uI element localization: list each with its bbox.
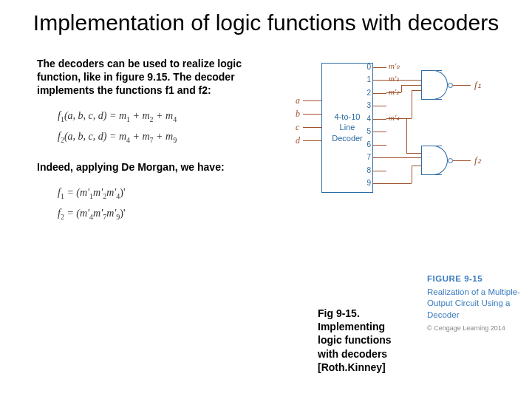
output-stub-1 (373, 80, 386, 81)
content: The decoders can be used to realize logi… (0, 57, 532, 228)
wire2-m4a (406, 118, 407, 153)
input-c: c (296, 122, 299, 133)
wire-m2c (401, 85, 421, 86)
output-stub-3 (373, 106, 386, 106)
wire-m2a (386, 92, 401, 93)
eq-f2-dm: f2 = (m'4m'7m'9)' (58, 208, 244, 221)
eq-f1-dm: f1 = (m'1m'2m'4)' (58, 187, 244, 200)
output-num-2: 2 (362, 89, 371, 97)
nand-gate-f2 (421, 146, 452, 175)
wire2-m7 (386, 157, 421, 158)
wire-f2-out (453, 160, 471, 161)
output-stub-7 (373, 157, 386, 158)
eq2-m3: 9 (173, 136, 177, 144)
paragraph-2: Indeed, applying De Morgan, we have: (37, 160, 244, 174)
equations-2: f1 = (m'1m'2m'4)' f2 = (m'4m'7m'9)' (37, 187, 244, 221)
output-num-9: 9 (362, 179, 371, 187)
minterm-1: m'₁ (389, 74, 399, 83)
input-a: a (296, 95, 300, 106)
eq-f1: f1(a, b, c, d) = m1 + m2 + m4 (58, 110, 244, 123)
output-stub-2 (373, 93, 386, 94)
eq1-m3: 4 (173, 115, 177, 123)
page-title: Implementation of logic functions with d… (0, 0, 532, 36)
output-stub-5 (373, 132, 386, 132)
output-num-4: 4 (362, 115, 371, 123)
eq3-end: )' (120, 187, 125, 198)
wire2-m4b (406, 153, 421, 154)
eq2-p1: + m (130, 131, 150, 142)
eq4-eq: = (m' (64, 208, 89, 219)
wire2-m9c (412, 166, 421, 166)
paragraph-1: The decoders can be used to realize logi… (37, 57, 244, 98)
output-num-7: 7 (362, 153, 371, 161)
figure-caption-left: Fig 9-15. Implementing logic functions w… (318, 307, 406, 374)
minterm-0: m'₀ (389, 61, 399, 71)
right-column: 4-to-10 Line Decoder a b c d 0m'₀1m'₁2m'… (244, 57, 532, 228)
eq1-p2: + m (154, 110, 174, 121)
output-num-3: 3 (362, 101, 371, 109)
eq3-cp: m' (106, 187, 116, 198)
wire-f1-out (453, 85, 471, 86)
decoder-diagram: 4-to-10 Line Decoder a b c d 0m'₀1m'₁2m'… (244, 57, 495, 212)
wire2-m9b (412, 166, 412, 183)
wire2-m9a (386, 183, 412, 184)
wire-m2b (401, 85, 402, 92)
output-stub-0 (373, 67, 386, 68)
input-d: d (296, 135, 300, 146)
output-num-1: 1 (362, 75, 371, 83)
output-stub-4 (373, 119, 386, 120)
eq3-bp: m' (93, 187, 103, 198)
eq3-eq: = (m' (64, 187, 89, 198)
eq4-end: )' (120, 208, 125, 219)
eq-f2: f2(a, b, c, d) = m4 + m7 + m9 (58, 131, 244, 144)
wire-m4c (412, 90, 421, 91)
figure-text: Realization of a Multiple-Output Circuit… (427, 287, 523, 321)
output-num-6: 6 (362, 140, 371, 149)
f2-label: f₂ (474, 154, 481, 166)
eq4-bp: m' (93, 208, 103, 219)
eq1-p1: + m (130, 110, 150, 121)
wire-a (303, 100, 321, 101)
output-num-0: 0 (362, 63, 371, 71)
figure-number: FIGURE 9-15 (427, 273, 523, 285)
eq1-args: (a, b, c, d) = m (64, 110, 126, 121)
figure-copyright: © Cengage Learning 2014 (427, 324, 523, 332)
output-num-8: 8 (362, 166, 371, 174)
figure-caption-right: FIGURE 9-15 Realization of a Multiple-Ou… (427, 273, 523, 332)
input-b: b (296, 109, 300, 120)
wire-m1 (386, 80, 421, 81)
equations-1: f1(a, b, c, d) = m1 + m2 + m4 f2(a, b, c… (37, 110, 244, 144)
wire-m4a (386, 118, 412, 119)
wire-b (303, 114, 321, 115)
f1-label: f₁ (474, 79, 481, 91)
nand-gate-f1 (421, 70, 452, 100)
wire-d (303, 140, 321, 141)
wire-m4b (412, 90, 412, 118)
output-stub-9 (373, 183, 386, 184)
left-column: The decoders can be used to realize logi… (0, 57, 244, 228)
output-stub-8 (373, 171, 386, 171)
wire-c (303, 127, 321, 128)
output-num-5: 5 (362, 127, 371, 135)
output-stub-6 (373, 145, 386, 146)
eq2-args: (a, b, c, d) = m (64, 131, 126, 142)
eq4-cp: m' (106, 208, 116, 219)
eq2-p2: + m (154, 131, 174, 142)
